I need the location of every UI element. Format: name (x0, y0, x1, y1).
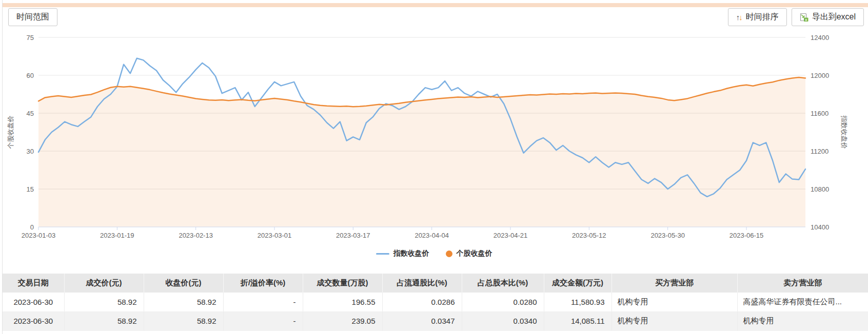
column-header: 折/溢价率(%) (223, 274, 303, 293)
table-cell: 高盛高华证券有限责任公司... (737, 293, 868, 311)
x-axis-label: 2023-03-17 (336, 232, 370, 239)
left-axis-label: 15 (27, 185, 34, 193)
right-axis-label: 11600 (811, 110, 828, 117)
table-cell: 58.92 (144, 311, 223, 330)
legend-label: 个股收盘价 (457, 249, 492, 258)
left-axis-label: 60 (27, 72, 34, 79)
column-header: 卖方营业部 (737, 274, 868, 293)
right-axis-label: 12000 (811, 72, 829, 79)
table-cell: 2023-06-30 (3, 293, 64, 311)
trade-table: 交易日期成交价(元)收盘价(元)折/溢价率(%)成交数量(万股)占流通股比(%)… (3, 274, 868, 331)
left-axis-label: 30 (27, 148, 34, 155)
right-axis-label: 11200 (811, 148, 828, 155)
table-cell: 0.0280 (462, 293, 544, 311)
table-cell: 14,085.11 (544, 311, 611, 330)
x-axis-label: 2023-04-21 (494, 232, 528, 239)
table-row[interactable]: 2023-06-3058.9258.92-239.050.03470.03401… (3, 311, 868, 330)
x-axis-label: 2023-05-30 (650, 232, 685, 239)
legend-line-marker (376, 253, 389, 255)
trade-detail-page: 时间范围 ↑↓ 时间排序 x 导出到excel 2023-01-032023-0… (0, 0, 868, 334)
column-header: 成交金额(万元) (544, 274, 611, 293)
column-header: 买方营业部 (611, 274, 737, 293)
table-cell: 11,580.93 (544, 293, 611, 311)
table-cell: 机构专用 (737, 311, 868, 330)
right-axis-label: 12400 (811, 34, 829, 41)
stock-area-fill (38, 77, 805, 227)
table-cell: 58.92 (144, 293, 223, 311)
table-cell: 58.92 (64, 293, 144, 311)
table-cell: - (223, 293, 303, 311)
x-axis-label: 2023-03-01 (258, 232, 292, 239)
table-cell: 2023-06-30 (3, 311, 64, 330)
left-axis-label: 0 (30, 223, 34, 231)
legend-item-stock[interactable]: 个股收盘价 (446, 249, 492, 258)
table-row[interactable]: 2023-06-3058.9258.92-196.550.02860.02801… (3, 293, 868, 311)
left-axis-label: 45 (27, 110, 34, 117)
column-header: 占流通股比(%) (382, 274, 462, 293)
column-header: 交易日期 (3, 274, 64, 293)
right-axis-label: 10400 (811, 223, 829, 231)
table-cell: 196.55 (303, 293, 382, 311)
column-header: 成交价(元) (64, 274, 144, 293)
table-cell: 0.0286 (382, 293, 462, 311)
left-axis-label: 75 (27, 34, 34, 41)
column-header: 成交数量(万股) (303, 274, 382, 293)
table-cell: 机构专用 (611, 293, 737, 311)
x-axis-label: 2023-05-12 (572, 232, 606, 239)
right-axis-label: 10800 (811, 185, 829, 193)
column-header: 占总股本比(%) (462, 274, 544, 293)
table-cell: 0.0347 (382, 311, 462, 330)
chart-legend: 指数收盘价个股收盘价 (0, 249, 868, 258)
table-header-row: 交易日期成交价(元)收盘价(元)折/溢价率(%)成交数量(万股)占流通股比(%)… (3, 274, 868, 293)
x-axis-label: 2023-01-19 (100, 232, 134, 239)
table-cell: 58.92 (64, 311, 144, 330)
x-axis-label: 2023-04-04 (415, 232, 449, 239)
legend-circle-marker (446, 251, 452, 257)
legend-item-index[interactable]: 指数收盘价 (376, 249, 429, 258)
x-axis-label: 2023-06-15 (729, 232, 764, 239)
x-axis-label: 2023-02-13 (179, 232, 213, 239)
table-cell: 机构专用 (611, 311, 737, 330)
table-cell: 239.05 (303, 311, 382, 330)
table-cell: 0.0340 (462, 311, 544, 330)
x-axis-label: 2023-01-03 (22, 232, 56, 239)
column-header: 收盘价(元) (144, 274, 223, 293)
legend-label: 指数收盘价 (393, 249, 429, 258)
table-cell: - (223, 311, 303, 330)
left-axis-title: 个股收盘价 (7, 116, 14, 149)
right-axis-title: 指数收盘价 (840, 115, 848, 149)
